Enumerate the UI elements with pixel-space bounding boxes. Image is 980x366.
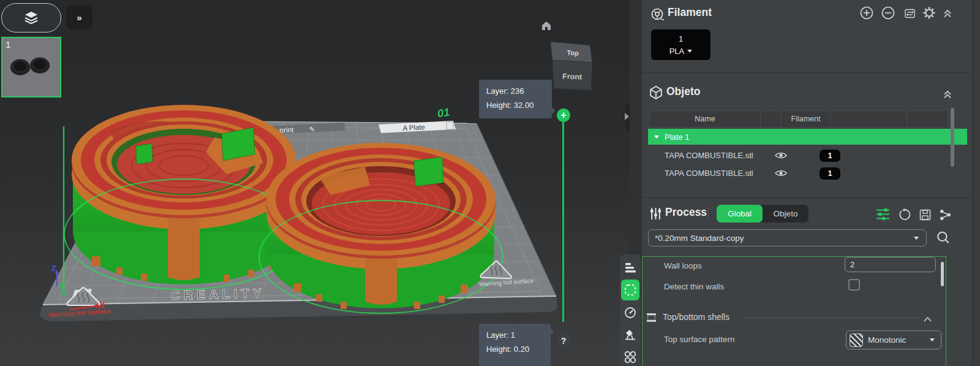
- detect-thin-walls-checkbox[interactable]: [848, 279, 860, 291]
- visibility-toggle[interactable]: [771, 151, 791, 159]
- plate-thumbnail[interactable]: 1: [1, 37, 61, 97]
- expand-toolbar-button[interactable]: »: [66, 5, 92, 29]
- detect-thin-walls-label: Detect thin walls: [664, 282, 724, 291]
- filament-settings-button[interactable]: [922, 6, 937, 20]
- advanced-settings-button[interactable]: [875, 207, 890, 221]
- top-surface-pattern-dropdown[interactable]: Monotonic: [846, 330, 941, 349]
- column-header-visibility: [761, 111, 782, 127]
- object-filament-badge[interactable]: 1: [820, 167, 840, 180]
- layer-label: Layer:: [486, 330, 508, 340]
- layer-slider-handle[interactable]: +: [557, 109, 570, 122]
- filament-slot-material: PLA: [669, 47, 685, 56]
- collapse-filament-section-button[interactable]: [940, 6, 955, 21]
- column-header-filament: Filament: [782, 111, 831, 127]
- title-divider: [708, 207, 709, 219]
- plate-row[interactable]: Plate 1: [648, 129, 967, 145]
- process-section-title: Process: [665, 206, 707, 219]
- reset-settings-button[interactable]: [897, 207, 912, 222]
- chevrons-up-icon: [943, 9, 952, 18]
- search-settings-button[interactable]: [936, 230, 951, 245]
- speed-gauge-icon: [624, 307, 636, 319]
- filament-slot-number: 1: [679, 34, 683, 44]
- category-others[interactable]: [624, 351, 636, 366]
- share-nodes-icon: [939, 208, 952, 221]
- viewport-3d[interactable]: print ✎ A Plate 01 CREALITY: [0, 0, 630, 366]
- others-icon: [624, 351, 636, 366]
- visibility-toggle[interactable]: [771, 169, 791, 177]
- preset-name: *0.20mm Standard-copy: [655, 234, 744, 243]
- strength-walls-icon: [624, 283, 637, 297]
- remove-filament-button[interactable]: [881, 6, 895, 20]
- help-button[interactable]: ?: [557, 334, 570, 348]
- plate-number-label: 01: [437, 106, 451, 120]
- layer-value: 236: [511, 86, 524, 96]
- caret-down-icon: [654, 135, 659, 139]
- save-icon: [919, 209, 931, 221]
- category-support[interactable]: [624, 329, 636, 341]
- chevron-right-icon: [625, 113, 629, 120]
- preset-dropdown[interactable]: *0.20mm Standard-copy: [648, 229, 927, 246]
- category-strength[interactable]: [621, 280, 639, 300]
- plate-tab-label[interactable]: A Plate: [402, 123, 425, 132]
- wall-loops-input[interactable]: [845, 257, 936, 272]
- layer-slider-track[interactable]: [562, 122, 564, 322]
- undo-history-icon: [899, 208, 911, 221]
- height-label: Height:: [486, 345, 511, 354]
- support-icon: [624, 329, 636, 341]
- caret-down-icon: [930, 338, 935, 341]
- height-value: 0.20: [514, 345, 529, 354]
- plate-thumbnail-index: 1: [6, 39, 10, 50]
- category-quality[interactable]: [624, 262, 636, 274]
- slicer-app: print ✎ A Plate 01 CREALITY: [0, 0, 980, 366]
- object-name: TAPA COMBUSTIBLE.stl: [665, 169, 760, 178]
- scene-3d[interactable]: print ✎ A Plate 01 CREALITY: [0, 0, 630, 366]
- objeto-table-scrollbar[interactable]: [951, 108, 954, 167]
- gear-icon: [922, 6, 936, 20]
- plate-list-button[interactable]: [1, 3, 61, 32]
- wall-loops-label: Wall loops: [664, 261, 702, 270]
- monotonic-pattern-icon: [850, 334, 863, 347]
- plate-brand-label: CREALITY: [170, 286, 265, 302]
- object-row[interactable]: TAPA COMBUSTIBLE.stl 1: [649, 164, 948, 182]
- filament-spool-icon: [650, 7, 665, 21]
- save-preset-button[interactable]: [918, 207, 932, 222]
- chevrons-up-icon: [943, 90, 952, 99]
- top-surface-pattern-value: Monotonic: [868, 335, 906, 345]
- filament-slot-card[interactable]: 1 PLA: [651, 29, 710, 60]
- chevron-up-icon: [923, 316, 932, 322]
- object-name: TAPA COMBUSTIBLE.stl: [665, 151, 760, 160]
- nav-cube-front-label: Front: [562, 72, 582, 81]
- collapse-shells-section-button[interactable]: [920, 312, 935, 327]
- filament-section-title: Filament: [668, 6, 712, 19]
- caret-down-icon: [687, 50, 692, 53]
- pencil-icon: ✎: [309, 126, 315, 133]
- add-filament-button[interactable]: [859, 6, 874, 20]
- eye-icon: [775, 151, 787, 159]
- objeto-table-header: Name Filament: [649, 110, 948, 128]
- compare-presets-button[interactable]: [938, 207, 952, 222]
- shells-section-label: Top/bottom shells: [663, 312, 729, 322]
- model-lid-2: [259, 143, 503, 313]
- process-scope-tabs: Global Objeto: [717, 205, 809, 223]
- home-icon[interactable]: [540, 19, 553, 32]
- swap-icon: [905, 9, 915, 18]
- tab-objeto[interactable]: Objeto: [763, 205, 809, 223]
- quality-layers-icon: [624, 262, 636, 274]
- sliders-horizontal-icon: [876, 207, 890, 221]
- axis-z-label: Z: [51, 264, 56, 273]
- tab-global[interactable]: Global: [717, 205, 763, 223]
- settings-scrollbar[interactable]: [941, 262, 944, 286]
- sync-filament-button[interactable]: [902, 6, 917, 21]
- axis-y-label: Y: [58, 281, 64, 290]
- category-speed[interactable]: [624, 307, 636, 319]
- layer-tooltip-top: Layer: 236 Height: 32.00: [479, 80, 552, 118]
- eye-icon: [775, 169, 787, 177]
- object-filament-badge[interactable]: 1: [820, 150, 840, 162]
- collapse-objeto-section-button[interactable]: [940, 87, 955, 102]
- settings-group: Wall loops Detect thin walls Top/bottom …: [642, 256, 946, 366]
- column-header-5: [907, 111, 948, 127]
- object-row[interactable]: TAPA COMBUSTIBLE.stl 1: [649, 147, 948, 164]
- nav-cube[interactable]: Top Front: [551, 42, 592, 90]
- settings-category-rail: [620, 254, 641, 366]
- layers-icon: [23, 10, 39, 26]
